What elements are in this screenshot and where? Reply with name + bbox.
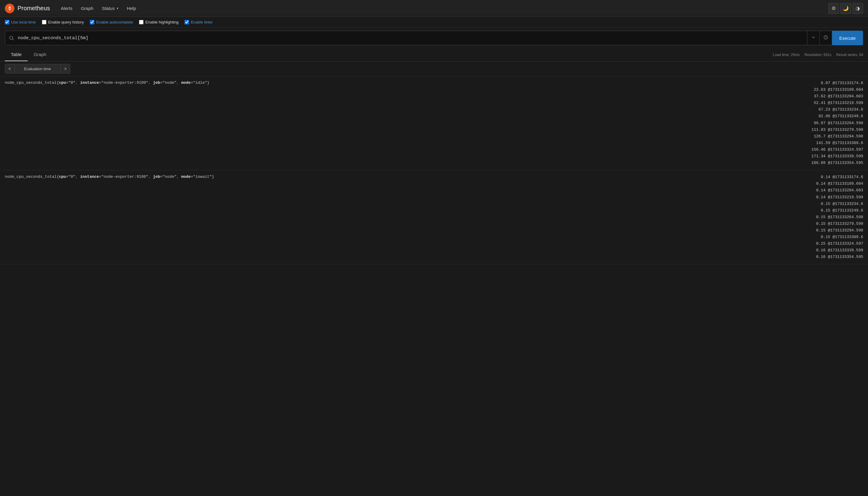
result-value: 0.16 @1731133354.595 bbox=[219, 254, 863, 260]
result-value: 67.23 @1731133234.6 bbox=[214, 106, 863, 113]
nav-help[interactable]: Help bbox=[123, 3, 140, 13]
chevron-down-icon: ▾ bbox=[117, 6, 118, 10]
tabs-left: Table Graph bbox=[5, 48, 52, 61]
highlighting-checkbox[interactable] bbox=[139, 20, 143, 25]
tab-graph[interactable]: Graph bbox=[28, 48, 52, 61]
result-value: 0.14 @1731133174.6 bbox=[219, 174, 863, 181]
main-nav: Alerts Graph Status ▾ Help bbox=[57, 3, 140, 13]
result-value: 141.59 @1731133309.6 bbox=[214, 140, 863, 146]
use-local-time-checkbox[interactable] bbox=[5, 20, 9, 25]
result-row: node_cpu_seconds_total{cpu="0", instance… bbox=[0, 76, 868, 170]
toolbar-use-local-time[interactable]: Use local time bbox=[5, 20, 36, 25]
brand: Prometheus bbox=[5, 4, 50, 13]
result-value: 0.15 @1731133234.6 bbox=[219, 201, 863, 207]
result-value: 0.15 @1731133279.599 bbox=[219, 221, 863, 227]
results-container: node_cpu_seconds_total{cpu="0", instance… bbox=[0, 76, 868, 264]
result-value: 171.34 @1731133339.599 bbox=[214, 153, 863, 160]
prometheus-logo bbox=[5, 4, 14, 13]
result-value: 126.7 @1731133294.598 bbox=[214, 133, 863, 140]
result-values: 0.14 @1731133174.60.14 @1731133189.6040.… bbox=[219, 174, 863, 260]
result-value: 0.15 @1731133309.6 bbox=[219, 234, 863, 241]
toolbar-linter[interactable]: Enable linter bbox=[184, 20, 213, 25]
result-value: 37.62 @1731133204.603 bbox=[214, 93, 863, 100]
resolution: Resolution: 691s bbox=[804, 53, 831, 57]
result-label: node_cpu_seconds_total{cpu="0", instance… bbox=[5, 174, 214, 180]
contrast-button[interactable]: ◑ bbox=[852, 3, 863, 14]
result-values: 8.07 @1731133174.622.83 @1731133189.6043… bbox=[214, 80, 863, 166]
result-value: 0.15 @1731133249.6 bbox=[219, 207, 863, 214]
result-row: node_cpu_seconds_total{cpu="0", instance… bbox=[0, 170, 868, 264]
result-value: 186.09 @1731133354.595 bbox=[214, 160, 863, 166]
toolbar-autocomplete[interactable]: Enable autocomplete bbox=[90, 20, 133, 25]
result-label: node_cpu_seconds_total{cpu="0", instance… bbox=[5, 80, 210, 86]
result-value: 156.46 @1731133324.597 bbox=[214, 146, 863, 153]
app-title: Prometheus bbox=[17, 5, 50, 12]
result-value: 82.06 @1731133249.6 bbox=[214, 113, 863, 120]
nav-alerts[interactable]: Alerts bbox=[57, 3, 76, 13]
search-actions: Execute bbox=[807, 31, 863, 45]
result-value: 52.41 @1731133219.599 bbox=[214, 100, 863, 106]
search-bar: Execute bbox=[5, 31, 863, 45]
theme-moon-button[interactable]: 🌙 bbox=[840, 3, 851, 14]
nav-graph[interactable]: Graph bbox=[77, 3, 97, 13]
linter-label: Enable linter bbox=[191, 20, 213, 25]
toolbar-query-history[interactable]: Enable query history bbox=[42, 20, 84, 25]
result-value: 0.14 @1731133204.603 bbox=[219, 187, 863, 194]
query-history-checkbox[interactable] bbox=[42, 20, 46, 25]
tabs-meta: Load time: 25ms Resolution: 691s Result … bbox=[773, 53, 863, 57]
result-value: 0.15 @1731133324.597 bbox=[219, 241, 863, 247]
execute-button[interactable]: Execute bbox=[832, 31, 863, 45]
result-value: 0.16 @1731133339.599 bbox=[219, 247, 863, 254]
result-value: 111.83 @1731133279.599 bbox=[214, 127, 863, 133]
navbar: Prometheus Alerts Graph Status ▾ Help ⚙ … bbox=[0, 0, 868, 17]
eval-prev-button[interactable]: < bbox=[5, 64, 14, 74]
result-value: 0.14 @1731133219.599 bbox=[219, 194, 863, 201]
result-value: 0.14 @1731133189.604 bbox=[219, 181, 863, 187]
svg-line-3 bbox=[12, 39, 14, 40]
toolbar: Use local time Enable query history Enab… bbox=[0, 17, 868, 28]
eval-time-label: Evaluation time bbox=[14, 64, 61, 74]
autocomplete-label: Enable autocomplete bbox=[96, 20, 133, 25]
navbar-right: ⚙ 🌙 ◑ bbox=[828, 3, 863, 14]
result-value: 22.83 @1731133189.604 bbox=[214, 87, 863, 93]
result-value: 96.97 @1731133264.598 bbox=[214, 120, 863, 127]
query-history-label: Enable query history bbox=[48, 20, 84, 25]
svg-point-1 bbox=[9, 7, 10, 9]
result-value: 0.15 @1731133294.598 bbox=[219, 227, 863, 234]
use-local-time-label: Use local time bbox=[11, 20, 36, 25]
query-history-button[interactable] bbox=[820, 31, 832, 45]
svg-point-2 bbox=[10, 36, 13, 40]
result-series: Result series: 64 bbox=[836, 53, 863, 57]
query-expand-button[interactable] bbox=[807, 31, 820, 45]
query-input[interactable] bbox=[18, 31, 807, 45]
highlighting-label: Enable highlighting bbox=[145, 20, 179, 25]
eval-next-button[interactable]: > bbox=[61, 64, 70, 74]
eval-bar: < Evaluation time > bbox=[0, 61, 868, 76]
settings-button[interactable]: ⚙ bbox=[828, 3, 839, 14]
linter-checkbox[interactable] bbox=[184, 20, 189, 25]
tabs-bar: Table Graph Load time: 25ms Resolution: … bbox=[0, 48, 868, 61]
autocomplete-checkbox[interactable] bbox=[90, 20, 94, 25]
tab-table[interactable]: Table bbox=[5, 48, 28, 61]
search-icon bbox=[5, 35, 18, 41]
load-time: Load time: 25ms bbox=[773, 53, 800, 57]
toolbar-highlighting[interactable]: Enable highlighting bbox=[139, 20, 179, 25]
result-value: 0.15 @1731133264.598 bbox=[219, 214, 863, 221]
result-value: 8.07 @1731133174.6 bbox=[214, 80, 863, 87]
nav-status[interactable]: Status ▾ bbox=[98, 3, 122, 13]
